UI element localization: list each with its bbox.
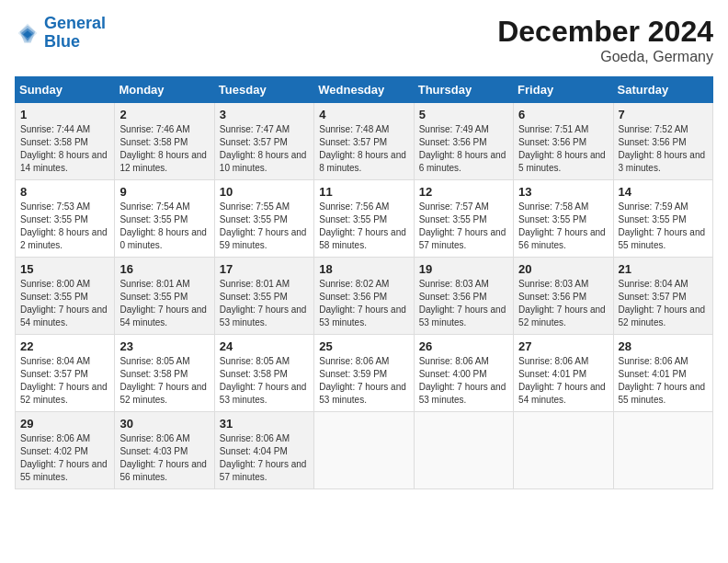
- day-info: Sunrise: 7:59 AMSunset: 3:55 PMDaylight:…: [619, 201, 706, 250]
- calendar-cell: 24 Sunrise: 8:05 AMSunset: 3:58 PMDaylig…: [214, 335, 313, 412]
- calendar-cell: [514, 412, 613, 489]
- weekday-header: Monday: [115, 77, 214, 103]
- weekday-header: Saturday: [613, 77, 712, 103]
- calendar-cell: 22 Sunrise: 8:04 AMSunset: 3:57 PMDaylig…: [16, 335, 115, 412]
- day-info: Sunrise: 8:06 AMSunset: 4:01 PMDaylight:…: [619, 356, 706, 405]
- calendar-header: SundayMondayTuesdayWednesdayThursdayFrid…: [16, 77, 713, 103]
- day-number: 6: [518, 108, 608, 121]
- day-info: Sunrise: 7:49 AMSunset: 3:56 PMDaylight:…: [419, 124, 506, 173]
- calendar-cell: 2 Sunrise: 7:46 AMSunset: 3:58 PMDayligh…: [115, 103, 214, 180]
- calendar-cell: 10 Sunrise: 7:55 AMSunset: 3:55 PMDaylig…: [214, 180, 313, 258]
- day-number: 12: [419, 185, 508, 199]
- day-number: 7: [619, 108, 708, 121]
- calendar-cell: 23 Sunrise: 8:05 AMSunset: 3:58 PMDaylig…: [115, 335, 214, 412]
- calendar-subtitle: Goeda, Germany: [497, 49, 713, 65]
- day-info: Sunrise: 8:00 AMSunset: 3:55 PMDaylight:…: [20, 279, 108, 327]
- logo-icon: [15, 20, 40, 46]
- day-number: 26: [419, 339, 508, 353]
- day-number: 27: [518, 339, 608, 353]
- day-info: Sunrise: 7:44 AMSunset: 3:58 PMDaylight:…: [20, 124, 108, 173]
- calendar-cell: 20 Sunrise: 8:03 AMSunset: 3:56 PMDaylig…: [514, 258, 613, 335]
- calendar-cell: [613, 412, 712, 489]
- weekday-header: Thursday: [414, 77, 513, 103]
- day-info: Sunrise: 7:57 AMSunset: 3:55 PMDaylight:…: [419, 201, 506, 250]
- day-number: 29: [20, 417, 109, 431]
- calendar-week-row: 15 Sunrise: 8:00 AMSunset: 3:55 PMDaylig…: [16, 258, 713, 335]
- calendar-cell: 14 Sunrise: 7:59 AMSunset: 3:55 PMDaylig…: [613, 180, 712, 258]
- weekday-header: Sunday: [16, 77, 115, 103]
- day-number: 10: [220, 185, 309, 199]
- day-info: Sunrise: 8:02 AMSunset: 3:56 PMDaylight:…: [319, 279, 406, 327]
- calendar-cell: 12 Sunrise: 7:57 AMSunset: 3:55 PMDaylig…: [414, 180, 513, 258]
- day-number: 9: [119, 185, 209, 199]
- calendar-cell: 16 Sunrise: 8:01 AMSunset: 3:55 PMDaylig…: [115, 258, 214, 335]
- day-info: Sunrise: 8:06 AMSunset: 4:02 PMDaylight:…: [20, 433, 108, 482]
- day-info: Sunrise: 7:53 AMSunset: 3:55 PMDaylight:…: [20, 201, 108, 250]
- weekday-header: Friday: [514, 77, 613, 103]
- day-info: Sunrise: 8:06 AMSunset: 4:00 PMDaylight:…: [419, 356, 506, 405]
- day-number: 31: [220, 417, 309, 431]
- calendar-cell: 8 Sunrise: 7:53 AMSunset: 3:55 PMDayligh…: [16, 180, 115, 258]
- day-info: Sunrise: 7:51 AMSunset: 3:56 PMDaylight:…: [518, 124, 606, 173]
- logo: General Blue: [15, 15, 106, 52]
- day-number: 14: [619, 185, 708, 199]
- calendar-cell: 26 Sunrise: 8:06 AMSunset: 4:00 PMDaylig…: [414, 335, 513, 412]
- day-number: 13: [518, 185, 608, 199]
- day-number: 21: [619, 262, 708, 276]
- calendar-cell: 28 Sunrise: 8:06 AMSunset: 4:01 PMDaylig…: [613, 335, 712, 412]
- calendar-week-row: 1 Sunrise: 7:44 AMSunset: 3:58 PMDayligh…: [16, 103, 713, 180]
- day-info: Sunrise: 8:01 AMSunset: 3:55 PMDaylight:…: [119, 279, 207, 327]
- day-number: 4: [319, 108, 408, 121]
- calendar-cell: [414, 412, 513, 489]
- calendar-cell: 4 Sunrise: 7:48 AMSunset: 3:57 PMDayligh…: [314, 103, 414, 180]
- day-info: Sunrise: 7:52 AMSunset: 3:56 PMDaylight:…: [619, 124, 706, 173]
- day-info: Sunrise: 8:05 AMSunset: 3:58 PMDaylight:…: [119, 356, 207, 405]
- day-info: Sunrise: 8:01 AMSunset: 3:55 PMDaylight:…: [220, 279, 307, 327]
- calendar-cell: 5 Sunrise: 7:49 AMSunset: 3:56 PMDayligh…: [414, 103, 513, 180]
- calendar-cell: 18 Sunrise: 8:02 AMSunset: 3:56 PMDaylig…: [314, 258, 414, 335]
- logo-text: General Blue: [44, 15, 106, 52]
- calendar-cell: 15 Sunrise: 8:00 AMSunset: 3:55 PMDaylig…: [16, 258, 115, 335]
- day-number: 23: [119, 339, 209, 353]
- day-number: 25: [319, 339, 408, 353]
- calendar-cell: 27 Sunrise: 8:06 AMSunset: 4:01 PMDaylig…: [514, 335, 613, 412]
- calendar-cell: 1 Sunrise: 7:44 AMSunset: 3:58 PMDayligh…: [16, 103, 115, 180]
- day-number: 22: [20, 339, 109, 353]
- day-info: Sunrise: 7:48 AMSunset: 3:57 PMDaylight:…: [319, 124, 406, 173]
- day-info: Sunrise: 8:03 AMSunset: 3:56 PMDaylight:…: [518, 279, 606, 327]
- calendar-cell: 6 Sunrise: 7:51 AMSunset: 3:56 PMDayligh…: [514, 103, 613, 180]
- weekday-header: Tuesday: [214, 77, 313, 103]
- day-info: Sunrise: 8:06 AMSunset: 4:01 PMDaylight:…: [518, 356, 606, 405]
- calendar-title: December 2024: [497, 15, 713, 49]
- day-number: 30: [119, 417, 209, 431]
- calendar-week-row: 22 Sunrise: 8:04 AMSunset: 3:57 PMDaylig…: [16, 335, 713, 412]
- calendar-cell: [314, 412, 414, 489]
- calendar-cell: 29 Sunrise: 8:06 AMSunset: 4:02 PMDaylig…: [16, 412, 115, 489]
- day-number: 28: [619, 339, 708, 353]
- day-number: 16: [119, 262, 209, 276]
- day-number: 5: [419, 108, 508, 121]
- day-info: Sunrise: 7:46 AMSunset: 3:58 PMDaylight:…: [119, 124, 207, 173]
- calendar-cell: 17 Sunrise: 8:01 AMSunset: 3:55 PMDaylig…: [214, 258, 313, 335]
- day-number: 19: [419, 262, 508, 276]
- day-info: Sunrise: 8:06 AMSunset: 3:59 PMDaylight:…: [319, 356, 406, 405]
- day-number: 15: [20, 262, 109, 276]
- day-number: 1: [20, 108, 109, 121]
- calendar-cell: 30 Sunrise: 8:06 AMSunset: 4:03 PMDaylig…: [115, 412, 214, 489]
- calendar-cell: 25 Sunrise: 8:06 AMSunset: 3:59 PMDaylig…: [314, 335, 414, 412]
- day-number: 18: [319, 262, 408, 276]
- calendar-table: SundayMondayTuesdayWednesdayThursdayFrid…: [15, 76, 713, 489]
- day-number: 17: [220, 262, 309, 276]
- day-number: 2: [119, 108, 209, 121]
- day-info: Sunrise: 7:55 AMSunset: 3:55 PMDaylight:…: [220, 201, 307, 250]
- day-number: 8: [20, 185, 109, 199]
- calendar-cell: 9 Sunrise: 7:54 AMSunset: 3:55 PMDayligh…: [115, 180, 214, 258]
- calendar-cell: 3 Sunrise: 7:47 AMSunset: 3:57 PMDayligh…: [214, 103, 313, 180]
- page-header: General Blue December 2024 Goeda, German…: [15, 15, 713, 65]
- weekday-header: Wednesday: [314, 77, 414, 103]
- calendar-cell: 13 Sunrise: 7:58 AMSunset: 3:55 PMDaylig…: [514, 180, 613, 258]
- calendar-cell: 7 Sunrise: 7:52 AMSunset: 3:56 PMDayligh…: [613, 103, 712, 180]
- day-info: Sunrise: 7:56 AMSunset: 3:55 PMDaylight:…: [319, 201, 406, 250]
- calendar-week-row: 29 Sunrise: 8:06 AMSunset: 4:02 PMDaylig…: [16, 412, 713, 489]
- day-number: 11: [319, 185, 408, 199]
